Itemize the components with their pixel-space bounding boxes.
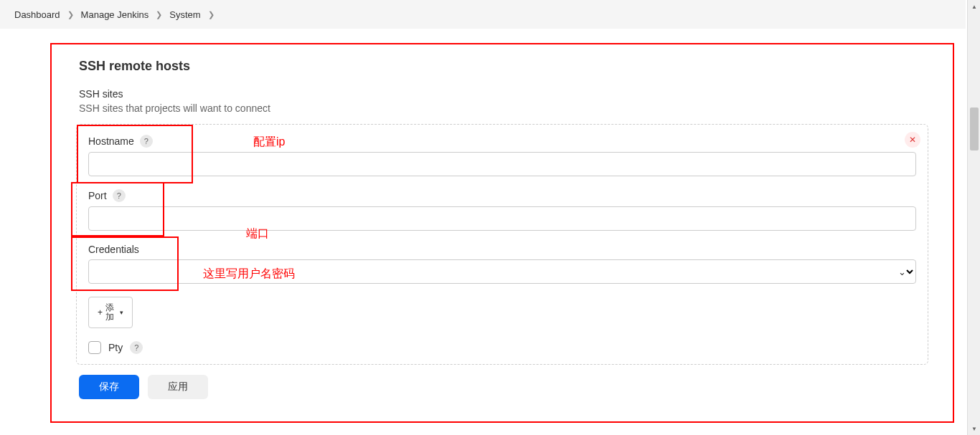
port-label-text: Port: [88, 190, 107, 201]
chevron-right-icon: ❯: [208, 10, 215, 19]
add-button-label: 添 加: [105, 303, 114, 322]
scroll-down-icon[interactable]: ▼: [968, 422, 980, 435]
help-icon[interactable]: ?: [130, 341, 143, 354]
credentials-label: Credentials: [88, 244, 916, 255]
hostname-row: Hostname ? 配置ip: [88, 135, 916, 176]
chevron-right-icon: ❯: [156, 10, 162, 19]
scroll-thumb[interactable]: [970, 107, 979, 150]
hostname-label-text: Hostname: [88, 135, 134, 147]
add-credentials-button[interactable]: + 添 加 ▾: [88, 297, 133, 328]
hostname-input[interactable]: [88, 152, 916, 176]
section-title: SSH remote hosts: [79, 59, 938, 74]
credentials-select-wrapper[interactable]: ⌄: [88, 259, 916, 284]
hostname-label: Hostname ?: [88, 135, 916, 148]
port-input[interactable]: [88, 206, 916, 231]
credentials-select[interactable]: [88, 259, 916, 284]
breadcrumb-system[interactable]: System: [166, 9, 203, 20]
pty-row: Pty ?: [88, 341, 916, 354]
caret-down-icon: ▾: [120, 309, 123, 316]
add-credentials-row: + 添 加 ▾: [88, 297, 916, 328]
pty-checkbox[interactable]: [88, 341, 101, 354]
annotation-outer-box: SSH remote hosts SSH sites SSH sites tha…: [50, 43, 954, 423]
credentials-row: Credentials ⌄ 这里写用户名密码: [88, 244, 916, 284]
scroll-up-icon[interactable]: ▲: [968, 0, 980, 13]
chevron-right-icon: ❯: [67, 10, 74, 19]
port-row: Port ? 端口: [88, 189, 916, 231]
breadcrumb-dashboard[interactable]: Dashboard: [11, 9, 63, 20]
apply-button[interactable]: 应用: [148, 375, 208, 399]
ssh-sites-label: SSH sites: [79, 88, 938, 100]
action-bar: 保存 应用: [79, 375, 938, 399]
ssh-site-entry: ✕ Hostname ? 配置ip Port ? 端口: [76, 124, 928, 365]
port-label: Port ?: [88, 189, 916, 202]
credentials-label-text: Credentials: [88, 244, 139, 255]
ssh-sites-description: SSH sites that projects will want to con…: [79, 102, 938, 114]
breadcrumb: Dashboard ❯ Manage Jenkins ❯ System ❯: [0, 0, 966, 29]
help-icon[interactable]: ?: [140, 135, 153, 148]
pty-label: Pty: [108, 342, 123, 353]
breadcrumb-manage-jenkins[interactable]: Manage Jenkins: [78, 9, 152, 20]
main-content: SSH remote hosts SSH sites SSH sites tha…: [0, 29, 966, 430]
plus-icon: +: [98, 307, 103, 317]
save-button[interactable]: 保存: [79, 375, 139, 399]
help-icon[interactable]: ?: [113, 189, 126, 202]
vertical-scrollbar[interactable]: ▲ ▼: [967, 0, 980, 435]
